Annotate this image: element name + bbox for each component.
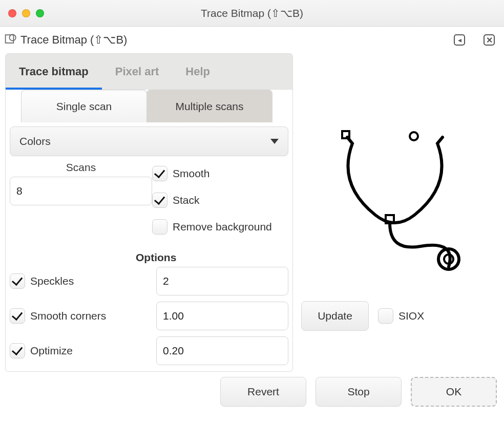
svg-point-3 xyxy=(410,132,418,140)
siox-label: SIOX xyxy=(398,310,424,322)
window-minimize-button[interactable] xyxy=(22,9,30,17)
preview-pane: Update SIOX xyxy=(293,53,499,372)
siox-checkbox[interactable] xyxy=(378,308,393,324)
scans-label: Scans xyxy=(10,160,152,177)
optimize-input[interactable] xyxy=(157,337,288,365)
window-title: Trace Bitmap (⇧⌥B) xyxy=(0,7,504,19)
speckles-input[interactable] xyxy=(157,267,288,295)
tab-trace-bitmap[interactable]: Trace bitmap xyxy=(6,54,102,89)
preview-image xyxy=(296,115,491,288)
dialog-title: Trace Bitmap (⇧⌥B) xyxy=(20,33,127,47)
remove-background-checkbox[interactable] xyxy=(152,219,167,235)
smooth-corners-stepper[interactable]: − + xyxy=(156,302,288,330)
scans-input[interactable] xyxy=(10,177,152,205)
smooth-label: Smooth xyxy=(173,167,209,180)
svg-point-1 xyxy=(10,34,16,40)
chevron-down-icon xyxy=(270,139,279,144)
optimize-stepper[interactable]: − + xyxy=(156,336,288,365)
stack-checkbox[interactable] xyxy=(152,193,167,208)
options-section: Speckles − + Smooth corners − + Optimize xyxy=(6,267,292,371)
window-zoom-button[interactable] xyxy=(36,9,44,17)
speckles-label: Speckles xyxy=(30,275,74,287)
smooth-corners-checkbox[interactable] xyxy=(10,308,25,324)
window-close-button[interactable] xyxy=(8,9,16,17)
titlebar: Trace Bitmap (⇧⌥B) xyxy=(0,0,504,27)
smooth-corners-input[interactable] xyxy=(157,302,288,330)
stop-button[interactable]: Stop xyxy=(316,377,402,407)
speckles-stepper[interactable]: − + xyxy=(156,267,288,295)
tab-pixel-art[interactable]: Pixel art xyxy=(102,54,173,89)
collapse-icon[interactable]: ◂ xyxy=(454,34,465,46)
stack-label: Stack xyxy=(173,194,200,206)
dialog-content: Trace bitmap Pixel art Help Single scan … xyxy=(0,53,504,372)
tab-multiple-scans[interactable]: Multiple scans xyxy=(146,90,272,122)
tab-single-scan[interactable]: Single scan xyxy=(21,90,147,122)
window-controls xyxy=(8,9,44,17)
smooth-checkbox[interactable] xyxy=(152,166,167,181)
mode-dropdown-label: Colors xyxy=(19,135,51,147)
main-tabs: Trace bitmap Pixel art Help xyxy=(6,54,292,90)
scans-stepper[interactable]: − + xyxy=(10,177,152,205)
mode-dropdown[interactable]: Colors xyxy=(10,126,288,156)
tab-help[interactable]: Help xyxy=(172,54,223,89)
ok-button[interactable]: OK xyxy=(411,377,497,407)
dialog-header: Trace Bitmap (⇧⌥B) ◂ ✕ xyxy=(0,27,504,53)
close-icon[interactable]: ✕ xyxy=(484,34,495,46)
remove-background-label: Remove background xyxy=(173,221,272,233)
footer-buttons: Revert Stop OK xyxy=(0,372,504,407)
scan-mode-tabs: Single scan Multiple scans xyxy=(6,90,292,122)
optimize-label: Optimize xyxy=(30,345,73,357)
speckles-checkbox[interactable] xyxy=(10,273,25,289)
update-button[interactable]: Update xyxy=(301,301,369,331)
stethoscope-icon xyxy=(317,127,470,276)
options-heading: Options xyxy=(6,240,292,267)
trace-bitmap-icon xyxy=(4,32,18,48)
revert-button[interactable]: Revert xyxy=(220,377,306,407)
optimize-checkbox[interactable] xyxy=(10,343,25,358)
smooth-corners-label: Smooth corners xyxy=(30,310,106,322)
settings-pane: Trace bitmap Pixel art Help Single scan … xyxy=(5,53,293,372)
